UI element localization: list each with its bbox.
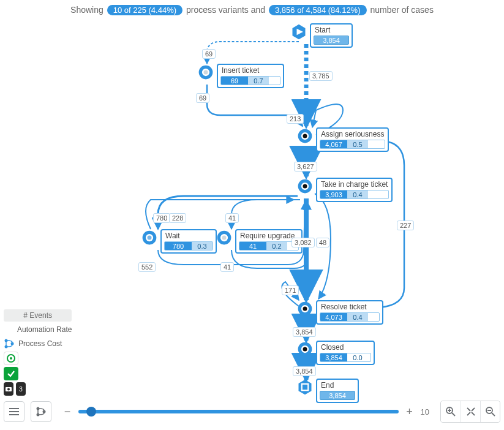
svg-point-10 [303, 184, 307, 189]
node-metric-b: 0.7 [248, 77, 269, 85]
activity-node-icon [296, 341, 314, 358]
metric-automation-rate[interactable]: Automation Rate [4, 323, 72, 336]
node-count: 3,854 [320, 391, 355, 400]
activity-node-icon [141, 229, 158, 246]
node-metric-b: 0.4 [347, 313, 368, 321]
svg-point-31 [7, 388, 10, 391]
zoom-controls [440, 401, 500, 423]
activity-node-icon [197, 64, 214, 81]
zoom-out-button[interactable] [480, 401, 500, 422]
check-icon [6, 369, 16, 379]
node-label: Wait [164, 232, 213, 241]
node-metric-a: 69 [221, 77, 248, 85]
edge-label: 227 [397, 221, 414, 230]
slider-thumb[interactable] [86, 407, 96, 417]
camera-icon [5, 385, 12, 393]
counter-badge-b[interactable]: 3 [16, 382, 26, 396]
edge-label: 780 [153, 213, 170, 223]
fit-screen-icon [465, 406, 476, 417]
edge-label: 69 [196, 93, 209, 103]
node-start[interactable]: Start 3,854 [290, 23, 353, 48]
svg-point-34 [43, 410, 46, 413]
menu-button[interactable] [4, 401, 24, 422]
svg-point-26 [5, 345, 8, 349]
svg-point-16 [222, 236, 227, 240]
zoom-out-icon [485, 406, 496, 417]
svg-point-27 [11, 342, 14, 345]
target-toggle[interactable] [4, 352, 18, 365]
target-icon [6, 353, 16, 363]
svg-point-19 [303, 307, 307, 311]
edge-label: 41 [220, 262, 234, 272]
edge-label: 213 [287, 114, 304, 124]
node-resolve-ticket[interactable]: Resolve ticket 4,073 0.4 [296, 300, 383, 325]
edge-label: 552 [138, 262, 156, 272]
cases-pill[interactable]: 3,856 of 4,584 (84.12%) [269, 5, 367, 15]
node-assign-seriousness[interactable]: Assign seriousness 4,067 0.5 [296, 127, 389, 152]
node-label: End [320, 381, 355, 391]
edge-label: 3,854 [293, 366, 316, 376]
node-require-upgrade[interactable]: Require upgrade 41 0.2 [216, 229, 303, 254]
variants-pill[interactable]: 10 of 225 (4.44%) [107, 5, 182, 15]
node-metric-b: 0.2 [266, 242, 287, 250]
node-metric-a: 780 [165, 242, 192, 250]
svg-point-22 [303, 347, 307, 352]
node-metric-b: 0.5 [347, 140, 368, 148]
metric-process-cost[interactable]: Process Cost [4, 338, 72, 350]
node-closed[interactable]: Closed 3,854 0.0 [296, 341, 375, 365]
slider-track[interactable] [78, 410, 399, 413]
activity-node-icon [296, 300, 314, 317]
metrics-panel: # Events Automation Rate Process Cost 3 [4, 309, 72, 396]
process-canvas[interactable]: Start 3,854 Insert ticket 69 0.7 Assign … [0, 18, 504, 393]
graph-mode-button[interactable] [31, 401, 51, 422]
svg-point-25 [5, 339, 8, 342]
node-wait[interactable]: Wait 780 0.3 [141, 229, 217, 254]
svg-point-13 [148, 236, 152, 240]
edge-label: 41 [225, 213, 239, 223]
node-metric-a: 4,073 [320, 313, 347, 321]
node-metric-a: 4,067 [320, 140, 347, 148]
edge-label: 171 [282, 285, 299, 295]
svg-point-29 [10, 357, 12, 360]
node-metric-a: 41 [239, 242, 266, 250]
node-label: Start [314, 26, 349, 36]
edge-label: 69 [202, 49, 216, 59]
node-label: Resolve ticket [320, 303, 380, 312]
node-metric-a: 3,903 [320, 190, 347, 198]
node-take-in-charge[interactable]: Take in charge ticket 3,903 0.4 [296, 178, 393, 202]
edge-label: 3,627 [294, 162, 317, 172]
svg-point-7 [303, 134, 307, 138]
bottom-toolbar: − + 10 [4, 399, 500, 424]
slider-value: 10 [421, 407, 429, 417]
zoom-in-button[interactable] [441, 401, 461, 422]
slider-decrement[interactable]: − [62, 405, 72, 418]
node-insert-ticket[interactable]: Insert ticket 69 0.7 [197, 64, 284, 88]
variant-slider[interactable]: − + 10 [58, 405, 434, 418]
svg-point-32 [37, 407, 40, 410]
activity-node-icon [216, 229, 233, 246]
flow-icon [4, 338, 15, 349]
node-metric-b: 0.0 [347, 353, 368, 361]
graph-icon [35, 405, 47, 418]
activity-node-icon [296, 178, 314, 195]
svg-point-4 [204, 70, 208, 75]
metric-events[interactable]: # Events [4, 309, 72, 322]
fit-button[interactable] [461, 401, 480, 422]
node-metric-b: 0.3 [192, 242, 213, 250]
node-label: Require upgrade [239, 232, 299, 241]
node-label: Assign seriousness [320, 130, 385, 140]
summary-header: Showing 10 of 225 (4.44%) process varian… [0, 0, 504, 18]
svg-marker-23 [299, 380, 312, 395]
svg-point-33 [37, 413, 40, 417]
node-metric-a: 3,854 [320, 353, 347, 361]
stop-hexagon-icon [296, 379, 314, 396]
header-mid: process variants and [186, 5, 265, 15]
confirm-toggle[interactable] [4, 367, 18, 380]
counter-badge-a[interactable] [4, 382, 13, 396]
play-hexagon-icon [290, 23, 307, 40]
edge-label: 3,785 [309, 71, 333, 81]
activity-node-icon [296, 127, 314, 145]
slider-increment[interactable]: + [405, 405, 415, 418]
header-suffix: number of cases [370, 5, 434, 15]
edge-label: 228 [169, 213, 186, 223]
